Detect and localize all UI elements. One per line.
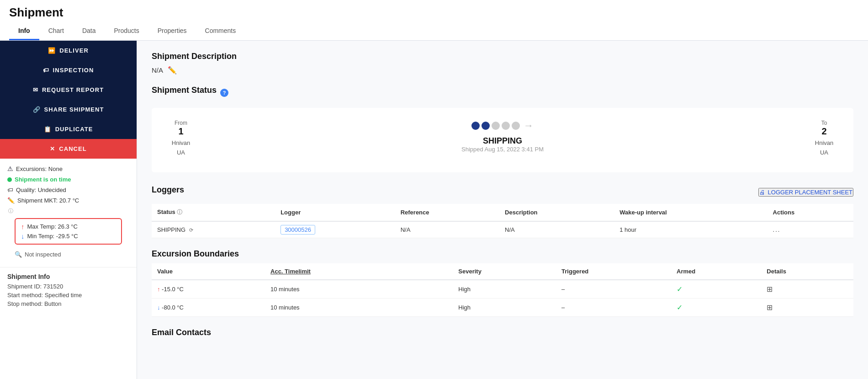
share-icon: 🔗 (33, 106, 41, 113)
col-logger: Logger (275, 204, 395, 221)
exc-triggered-1: – (556, 280, 671, 299)
logger-description: N/A (499, 221, 614, 238)
arrow-up-icon: ↑ (21, 223, 25, 230)
excursion-section: Excursion Boundaries Value Acc. Timelimi… (152, 249, 853, 317)
deliver-icon: ⏩ (48, 47, 56, 54)
refresh-icon[interactable]: ⟳ (189, 227, 193, 233)
quality-row: 🏷 Quality: Undecided (7, 187, 129, 193)
loggers-title: Loggers (152, 185, 184, 195)
col-actions: Actions (767, 204, 853, 221)
status-header: Shipment Status ? (152, 85, 853, 100)
loggers-section: Loggers 🖨 LOGGER PLACEMENT SHEET Status … (152, 185, 853, 238)
arrow-down-icon: ↓ (21, 232, 25, 240)
check-icon-2: ✓ (677, 304, 683, 311)
status-arrow-icon: → (524, 120, 534, 132)
tab-products[interactable]: Products (105, 22, 148, 40)
request-report-button[interactable]: ✉ REQUEST REPORT (0, 80, 137, 100)
logger-reference: N/A (395, 221, 499, 238)
sidebar-info: ⚠ Excursions: None Shipment is on time 🏷… (0, 159, 137, 267)
inspection-button[interactable]: 🏷 INSPECTION (0, 60, 137, 80)
logger-id: 30000526 (275, 221, 395, 238)
dot-1 (471, 122, 480, 130)
duplicate-icon: 📋 (44, 126, 52, 133)
min-temp-row: ↓ Min Temp: -29.5 °C (21, 232, 116, 240)
help-icon[interactable]: ? (220, 89, 228, 97)
email-contacts-title: Email Contacts (152, 328, 853, 337)
description-section-title: Shipment Description (152, 52, 853, 61)
status-info-icon[interactable]: ⓘ (177, 209, 182, 215)
exc-severity-2: High (453, 299, 556, 317)
tab-bar: Info Chart Data Products Properties Comm… (9, 22, 859, 40)
mkt-row: ✏️ Shipment MKT: 20.7 °C (7, 197, 129, 204)
temp-box: ↑ Max Temp: 26.3 °C ↓ Min Temp: -29.5 °C (15, 218, 122, 245)
shipment-info-section: Shipment Info Shipment ID: 731520 Start … (0, 267, 137, 315)
col-status: Status ⓘ (152, 204, 275, 221)
exc-value-1: ↑ -15.0 °C (152, 280, 265, 299)
page-title: Shipment (9, 5, 859, 22)
excursion-row-1: ↑ -15.0 °C 10 minutes High – ✓ ⊞ (152, 280, 853, 299)
logger-status: SHIPPING ⟳ (152, 221, 275, 238)
down-arrow-icon: ↓ (157, 304, 160, 311)
deliver-button[interactable]: ⏩ DELIVER (0, 41, 137, 60)
exc-severity-1: High (453, 280, 556, 299)
description-row: N/A ✏️ (152, 66, 853, 75)
mkt-pencil-icon: ✏️ (7, 197, 15, 204)
exc-armed-2: ✓ (671, 299, 761, 317)
sidebar: ⏩ DELIVER 🏷 INSPECTION ✉ REQUEST REPORT … (0, 41, 137, 379)
exc-details-1[interactable]: ⊞ (761, 280, 853, 299)
status-section-title: Shipment Status (152, 85, 217, 95)
exc-timelimit-2: 10 minutes (265, 299, 420, 317)
exc-value-2: ↓ -80.0 °C (152, 299, 265, 317)
acc-timelimit-label[interactable]: Acc. Timelimit (270, 268, 311, 275)
dot-5 (512, 122, 520, 130)
excursion-table: Value Acc. Timelimit Severity Triggered … (152, 263, 853, 317)
exc-col-value: Value (152, 263, 265, 280)
share-shipment-button[interactable]: 🔗 SHARE SHIPMENT (0, 100, 137, 119)
dot-4 (502, 122, 510, 130)
duplicate-button[interactable]: 📋 DUPLICATE (0, 119, 137, 139)
on-time-row: Shipment is on time (7, 176, 129, 183)
logger-actions[interactable]: ... (767, 221, 853, 238)
col-reference: Reference (395, 204, 499, 221)
plus-icon-1[interactable]: ⊞ (767, 285, 773, 293)
dot-3 (492, 122, 500, 130)
tab-properties[interactable]: Properties (148, 22, 196, 40)
not-inspected-row: 🔍 Not inspected (7, 248, 129, 261)
excursions-row: ⚠ Excursions: None (7, 165, 129, 172)
magnifier-icon: 🔍 (15, 251, 22, 258)
exc-col-details: Details (761, 263, 853, 280)
col-wakeup: Wake-up interval (614, 204, 767, 221)
status-from: From 1 Hnivan UA (163, 120, 199, 156)
excursion-alert-icon: ⚠ (7, 165, 13, 172)
status-middle: → SHIPPING Shipped Aug 15, 2022 3:41 PM (199, 120, 806, 153)
tab-data[interactable]: Data (73, 22, 105, 40)
status-to: To 2 Hnivan UA (806, 120, 842, 156)
max-temp-row: ↑ Max Temp: 26.3 °C (21, 223, 116, 230)
inspection-icon: 🏷 (43, 67, 49, 74)
tab-comments[interactable]: Comments (196, 22, 245, 40)
plus-icon-2[interactable]: ⊞ (767, 304, 773, 311)
logger-placement-btn[interactable]: 🖨 LOGGER PLACEMENT SHEET (758, 188, 853, 197)
exc-col-triggered: Triggered (556, 263, 671, 280)
loggers-table: Status ⓘ Logger Reference Description Wa… (152, 204, 853, 238)
status-section: Shipment Status ? From 1 Hnivan UA (152, 85, 853, 172)
logger-link[interactable]: 30000526 (281, 225, 315, 235)
excursion-title: Excursion Boundaries (152, 249, 853, 259)
email-contacts-section: Email Contacts (152, 328, 853, 337)
exc-armed-1: ✓ (671, 280, 761, 299)
tab-info[interactable]: Info (9, 22, 39, 40)
main-content: Shipment Description N/A ✏️ Shipment Sta… (137, 41, 868, 379)
logger-wakeup: 1 hour (614, 221, 767, 238)
tab-chart[interactable]: Chart (39, 22, 73, 40)
cancel-button[interactable]: ✕ CANCEL (0, 139, 137, 159)
info-footnote: ⓘ (8, 208, 129, 214)
printer-icon: 🖨 (759, 189, 765, 196)
exc-timelimit-1: 10 minutes (265, 280, 420, 299)
quality-tag-icon: 🏷 (7, 187, 13, 193)
exc-details-2[interactable]: ⊞ (761, 299, 853, 317)
description-value: N/A (152, 66, 163, 74)
edit-icon[interactable]: ✏️ (168, 66, 177, 75)
dot-2 (482, 122, 490, 130)
exc-col-timelimit: Acc. Timelimit (265, 263, 420, 280)
status-dots (471, 122, 520, 130)
